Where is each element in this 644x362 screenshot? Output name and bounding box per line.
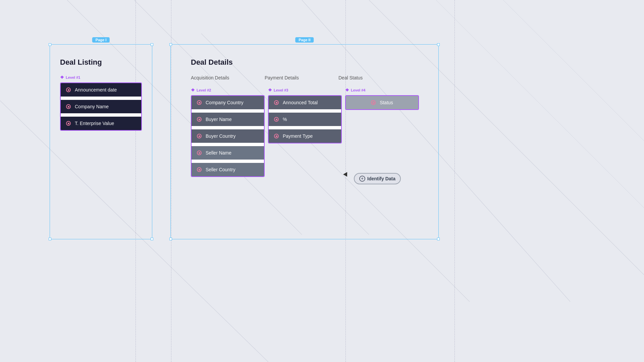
page1-title: Deal Listing xyxy=(60,58,142,67)
handle-bl[interactable] xyxy=(169,238,172,240)
field-percent[interactable]: % xyxy=(269,113,341,126)
field-dot xyxy=(274,134,279,138)
page2-title: Deal Details xyxy=(191,58,428,67)
acquisition-column: ❖ Level #2 Company Country xyxy=(191,87,265,177)
level4-field-group: Status xyxy=(345,95,419,110)
handle-bl[interactable] xyxy=(49,238,51,240)
level4-badge: ❖ Level #4 xyxy=(345,87,419,93)
field-spacer xyxy=(192,126,264,129)
level2-field-group: Company Country Buyer Name B xyxy=(191,95,265,177)
svg-line-7 xyxy=(503,0,644,141)
field-payment-type[interactable]: Payment Type xyxy=(269,129,341,143)
level4-icon: ❖ xyxy=(345,87,349,93)
field-dot xyxy=(66,121,71,126)
page1-label: Page I xyxy=(92,37,110,43)
handle-br[interactable] xyxy=(437,238,440,240)
field-seller-country[interactable]: Seller Country xyxy=(192,163,264,176)
field-status[interactable]: Status xyxy=(346,96,418,109)
handle-tl[interactable] xyxy=(169,43,172,46)
identify-btn-label: Identify Data xyxy=(367,176,395,181)
field-company-country[interactable]: Company Country xyxy=(192,96,264,109)
identify-icon: + xyxy=(359,176,365,182)
field-dot xyxy=(197,150,202,155)
field-dot xyxy=(197,100,202,105)
svg-line-6 xyxy=(436,0,644,208)
field-company-name[interactable]: Company Name xyxy=(61,100,141,113)
field-spacer xyxy=(61,97,141,100)
status-column: ❖ Level #4 Status xyxy=(345,87,419,110)
level3-badge: ❖ Level #3 xyxy=(268,87,342,93)
handle-tl[interactable] xyxy=(49,43,51,46)
field-buyer-country[interactable]: Buyer Country xyxy=(192,129,264,143)
payment-column: ❖ Level #3 Announced Total xyxy=(268,87,342,143)
level3-field-group: Announced Total % Payment Ty xyxy=(268,95,342,143)
handle-tr[interactable] xyxy=(437,43,440,46)
identify-data-button[interactable]: + Identify Data xyxy=(354,173,401,184)
field-dot xyxy=(66,104,71,109)
field-enterprise-value[interactable]: T. Enterprise Value xyxy=(61,117,141,130)
field-dot xyxy=(197,117,202,122)
section-header-acquisition: Acquisition Details xyxy=(191,75,265,81)
field-dot xyxy=(197,134,202,138)
field-spacer xyxy=(192,143,264,146)
handle-tr[interactable] xyxy=(151,43,153,46)
section-header-payment: Payment Details xyxy=(265,75,338,81)
field-dot xyxy=(66,87,71,92)
section-header-status: Deal Status xyxy=(338,75,412,81)
field-dot xyxy=(371,100,376,105)
level2-badge: ❖ Level #2 xyxy=(191,87,265,93)
page2-label: Page II xyxy=(295,37,314,43)
page2-frame: Page II Deal Details Acquisition Details… xyxy=(170,44,439,239)
field-dot xyxy=(197,167,202,172)
field-spacer xyxy=(61,113,141,117)
level3-icon: ❖ xyxy=(268,87,272,93)
level2-icon: ❖ xyxy=(191,87,195,93)
field-buyer-name[interactable]: Buyer Name xyxy=(192,113,264,126)
field-spacer xyxy=(192,109,264,113)
field-spacer xyxy=(192,160,264,163)
level1-field-group: Announcement date Company Name T. Enterp… xyxy=(60,82,142,131)
field-dot xyxy=(274,100,279,105)
handle-br[interactable] xyxy=(151,238,153,240)
field-announced-total[interactable]: Announced Total xyxy=(269,96,341,109)
level1-icon: ❖ xyxy=(60,75,64,80)
field-announcement-date[interactable]: Announcement date xyxy=(61,83,141,97)
level1-badge: ❖ Level #1 xyxy=(60,75,142,80)
field-spacer xyxy=(269,109,341,113)
field-spacer xyxy=(269,126,341,129)
page1-frame: Page I Deal Listing ❖ Level #1 Announcem… xyxy=(50,44,152,239)
field-dot xyxy=(274,117,279,122)
field-seller-name[interactable]: Seller Name xyxy=(192,146,264,160)
